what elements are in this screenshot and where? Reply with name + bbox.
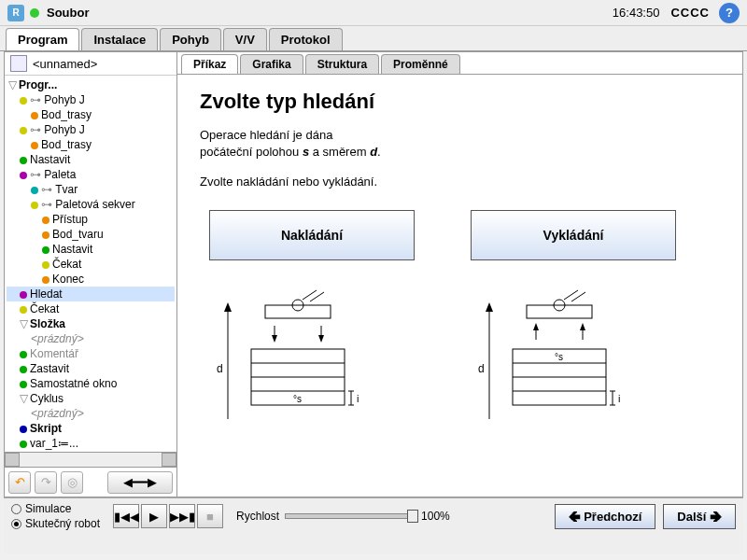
speed-label: Rychlost — [236, 510, 279, 523]
tree-node[interactable]: ⊶ Paletová sekver — [7, 197, 175, 212]
tree-node[interactable]: Komentář — [7, 346, 175, 361]
save-icon[interactable] — [10, 55, 27, 72]
tree-node[interactable]: ⊶ Paleta — [7, 167, 175, 182]
tab-program[interactable]: Program — [6, 28, 79, 50]
tree-node[interactable]: Hledat — [7, 287, 175, 301]
svg-marker-10 — [318, 335, 324, 343]
file-menu[interactable]: Soubor — [47, 6, 90, 20]
tab-prikaz[interactable]: Příkaz — [181, 54, 238, 74]
ur-logo-icon: R — [7, 5, 24, 21]
tree-node[interactable]: Přístup — [7, 212, 175, 227]
status-dot-icon — [30, 8, 39, 18]
svg-marker-30 — [580, 323, 585, 330]
tab-pohyb[interactable]: Pohyb — [160, 28, 221, 50]
simulation-radio[interactable]: Simulace — [11, 502, 100, 515]
tree-node[interactable]: ⊶ Pohyb J — [7, 92, 175, 107]
tree-node[interactable]: <prázdný> — [7, 406, 175, 421]
speed-slider[interactable] — [285, 513, 416, 519]
svg-marker-21 — [486, 302, 493, 312]
help-icon[interactable]: ? — [719, 3, 740, 23]
svg-text:d: d — [478, 362, 485, 375]
tree-node[interactable]: Čekat — [7, 257, 175, 272]
program-tree[interactable]: ▽Progr...⊶ Pohyb JBod_trasy⊶ Pohyb JBod_… — [5, 76, 176, 452]
tree-node[interactable]: ⊶ Tvar — [7, 182, 175, 197]
skip-fwd-button[interactable]: ▶▶▮ — [169, 504, 195, 528]
content-panel: Příkaz Grafika Struktura Proměnné Zvolte… — [177, 52, 742, 497]
tab-vv[interactable]: V/V — [223, 28, 267, 50]
tab-instalace[interactable]: Instalace — [81, 28, 158, 50]
tree-node[interactable]: Čekat — [7, 301, 175, 316]
playback-controls: ▮◀◀ ▶ ▶▶▮ ■ — [113, 504, 223, 528]
speed-value: 100% — [421, 510, 450, 523]
tree-toolbar: ↶ ↷ ◎ ◀━━▶ — [5, 467, 176, 497]
tree-node[interactable]: Konec — [7, 272, 175, 287]
tree-node[interactable]: var_1≔... — [7, 436, 175, 451]
scroll-right-icon[interactable] — [162, 453, 176, 467]
svg-marker-1 — [224, 302, 232, 312]
tree-node[interactable]: Samostatné okno — [7, 376, 175, 391]
tree-node[interactable]: ▽Cyklus — [7, 391, 175, 406]
footer: Simulace Skutečný robot ▮◀◀ ▶ ▶▶▮ ■ Rych… — [4, 497, 743, 553]
clock: 16:43:50 — [613, 6, 660, 20]
real-robot-radio[interactable]: Skutečný robot — [11, 517, 100, 530]
undo-button[interactable]: ↶ — [8, 471, 31, 494]
tree-node[interactable]: <prázdný> — [7, 331, 175, 346]
next-button[interactable]: Další 🡺 — [663, 504, 736, 529]
tab-struktura[interactable]: Struktura — [305, 54, 379, 74]
loading-button[interactable]: Nakládání — [209, 210, 415, 260]
description-2: Zvolte nakládání nebo vykládání. — [200, 174, 720, 190]
unloading-diagram: d °s i — [471, 288, 676, 428]
play-button[interactable]: ▶ — [141, 504, 167, 528]
loading-diagram: d °s i — [209, 288, 415, 428]
svg-text:°s: °s — [293, 394, 302, 404]
tree-scrollbar[interactable] — [5, 452, 176, 467]
status-text: CCCC — [670, 6, 710, 20]
tree-node[interactable]: ⊶ Pohyb J — [7, 122, 175, 137]
previous-button[interactable]: 🡸 Předchozí — [555, 504, 656, 529]
svg-text:i: i — [357, 393, 359, 404]
tab-protokol[interactable]: Protokol — [269, 28, 343, 50]
tab-grafika[interactable]: Grafika — [240, 54, 303, 74]
page-title: Zvolte typ hledání — [200, 90, 720, 114]
scroll-left-icon[interactable] — [5, 453, 20, 467]
svg-marker-8 — [272, 335, 277, 343]
tree-node[interactable]: Bod_trasy — [7, 137, 175, 152]
main-tabs: Program Instalace Pohyb V/V Protokol — [0, 26, 747, 51]
svg-text:i: i — [618, 393, 620, 404]
svg-text:°s: °s — [555, 352, 563, 362]
tree-node[interactable]: Nastavit — [7, 242, 175, 257]
skip-back-button[interactable]: ▮◀◀ — [113, 504, 139, 528]
tree-node[interactable]: ▽Složka — [7, 316, 175, 331]
target-button[interactable]: ◎ — [61, 471, 83, 494]
svg-rect-23 — [527, 305, 592, 318]
title-bar: R Soubor 16:43:50 CCCC ? — [0, 0, 747, 26]
file-header: <unnamed> — [5, 52, 176, 76]
mode-selector: Simulace Skutečný robot — [11, 502, 100, 530]
sub-tabs: Příkaz Grafika Struktura Proměnné — [177, 52, 742, 75]
unloading-button[interactable]: Vykládání — [471, 210, 676, 260]
redo-button[interactable]: ↷ — [35, 471, 57, 494]
svg-marker-28 — [533, 323, 539, 330]
tree-node[interactable]: Skript — [7, 421, 175, 436]
tree-node[interactable]: ▽Progr... — [7, 77, 175, 92]
tree-node[interactable]: Nastavit — [7, 152, 175, 167]
svg-rect-3 — [265, 305, 331, 318]
stop-button[interactable]: ■ — [197, 504, 223, 528]
tree-node[interactable]: Bod_trasy — [7, 107, 175, 122]
tree-node[interactable]: Bod_tvaru — [7, 227, 175, 242]
filename: <unnamed> — [33, 57, 97, 71]
move-button[interactable]: ◀━━▶ — [107, 471, 173, 494]
svg-text:d: d — [217, 362, 223, 375]
tab-promenne[interactable]: Proměnné — [381, 54, 460, 74]
program-tree-panel: <unnamed> ▽Progr...⊶ Pohyb JBod_trasy⊶ P… — [5, 52, 177, 497]
description-1: Operace hledání je dána počáteční poloho… — [200, 127, 720, 161]
tree-node[interactable]: Zastavit — [7, 361, 175, 376]
